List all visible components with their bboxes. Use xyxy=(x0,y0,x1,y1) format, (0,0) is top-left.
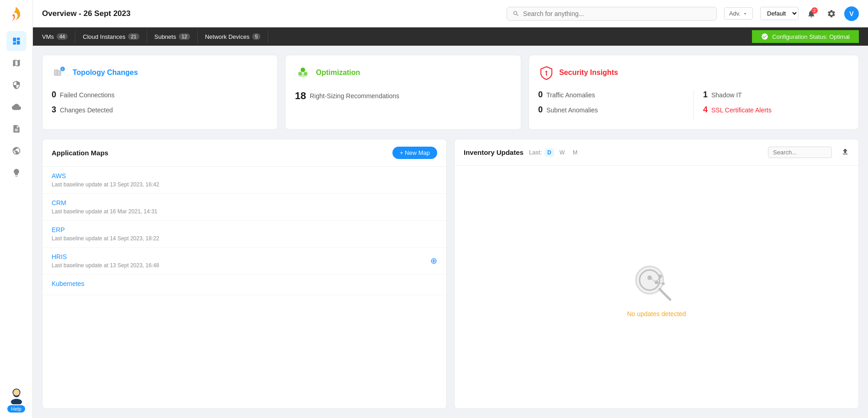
inventory-body: No updates detected xyxy=(455,166,858,408)
search-box[interactable] xyxy=(507,7,717,21)
topbar-right: Default 2 V xyxy=(760,6,859,21)
cloud-tag[interactable]: Cloud Instances 21 xyxy=(75,31,147,43)
list-item[interactable]: ERP Last baseline update at 14 Sept 2023… xyxy=(42,221,446,248)
new-map-button[interactable]: + New Map xyxy=(392,147,437,159)
security-card: Security Insights 0 Traffic Anomalies 0 … xyxy=(529,55,859,130)
opt-rec-num: 18 xyxy=(295,90,306,102)
inventory-header: Inventory Updates Last: D W M xyxy=(455,139,858,166)
sidebar-item-reports[interactable] xyxy=(6,119,26,139)
vms-tag[interactable]: VMs 44 xyxy=(42,31,75,43)
svg-point-11 xyxy=(545,71,547,73)
search-icon xyxy=(513,10,519,17)
svg-point-1 xyxy=(11,399,21,404)
topology-changes-num: 3 xyxy=(52,105,56,115)
cards-row: ! Topology Changes 0 Failed Connections … xyxy=(42,55,859,130)
inventory-title: Inventory Updates xyxy=(464,148,524,156)
settings-button[interactable] xyxy=(824,6,839,21)
help-avatar[interactable]: Help xyxy=(5,387,27,413)
sidebar-item-explorer[interactable] xyxy=(6,141,26,161)
cloud-label: Cloud Instances xyxy=(83,33,125,40)
network-label: Network Devices xyxy=(205,33,250,40)
topology-failed: 0 Failed Connections xyxy=(52,90,268,100)
network-tag[interactable]: Network Devices 5 xyxy=(198,31,269,43)
app-maps-list: AWS Last baseline update at 13 Sept 2023… xyxy=(42,167,446,408)
topology-card: ! Topology Changes 0 Failed Connections … xyxy=(42,55,278,130)
bottom-row: Application Maps + New Map AWS Last base… xyxy=(42,139,859,409)
topology-card-header: ! Topology Changes xyxy=(52,64,268,81)
security-card-header: Security Insights xyxy=(538,64,849,81)
inventory-search-input[interactable] xyxy=(768,147,832,158)
security-traffic-num: 0 xyxy=(538,90,543,100)
config-status-text: Configuration Status: Optimal xyxy=(772,33,850,40)
security-subnet-num: 0 xyxy=(538,105,543,115)
user-avatar[interactable]: V xyxy=(844,6,859,21)
svg-rect-4 xyxy=(57,71,61,75)
svg-point-9 xyxy=(298,72,302,75)
svg-text:!: ! xyxy=(62,68,63,71)
topology-changes-label: Changes Detected xyxy=(60,106,113,114)
inventory-illustration xyxy=(629,257,684,303)
app-maps-panel: Application Maps + New Map AWS Last base… xyxy=(42,139,447,409)
inventory-period-d[interactable]: D xyxy=(545,148,554,157)
check-circle-icon xyxy=(761,33,768,40)
svg-point-8 xyxy=(301,68,305,72)
help-badge-label[interactable]: Help xyxy=(7,405,25,413)
inventory-last-label: Last: xyxy=(529,149,542,156)
security-icon xyxy=(538,64,555,81)
content-area: ! Topology Changes 0 Failed Connections … xyxy=(33,46,868,418)
sidebar-logo[interactable] xyxy=(7,5,26,24)
export-icon xyxy=(841,148,849,156)
list-item[interactable]: AWS Last baseline update at 13 Sept 2023… xyxy=(42,167,446,194)
subnets-count: 12 xyxy=(179,33,190,40)
list-item[interactable]: HRIS Last baseline update at 13 Sept 202… xyxy=(42,248,446,275)
optimization-card: Optimization 18 Right-Sizing Recommendat… xyxy=(285,55,521,130)
security-ssl: 4 SSL Certificate Alerts xyxy=(703,105,849,115)
topbar: Overview - 26 Sept 2023 Adv. Default 2 V xyxy=(33,0,868,27)
profile-select[interactable]: Default xyxy=(760,7,799,20)
sidebar-bottom: Help xyxy=(5,387,27,413)
inventory-period-m[interactable]: M xyxy=(570,148,580,157)
subnets-tag[interactable]: Subnets 12 xyxy=(147,31,198,43)
topology-failed-num: 0 xyxy=(52,90,56,100)
optimization-card-header: Optimization xyxy=(295,64,511,81)
sidebar: Help xyxy=(0,0,33,418)
topology-failed-label: Failed Connections xyxy=(60,91,115,99)
notif-count: 2 xyxy=(811,7,818,14)
advanced-search-button[interactable]: Adv. xyxy=(724,7,753,20)
inventory-period-w[interactable]: W xyxy=(557,148,567,157)
app-maps-title: Application Maps xyxy=(52,149,108,157)
list-item[interactable]: CRM Last baseline update at 16 Mar 2021,… xyxy=(42,194,446,221)
svg-point-2 xyxy=(13,389,20,396)
sidebar-item-maps[interactable] xyxy=(6,53,26,73)
page-title: Overview - 26 Sept 2023 xyxy=(42,9,131,18)
main-content: Overview - 26 Sept 2023 Adv. Default 2 V xyxy=(33,0,868,418)
export-button[interactable] xyxy=(841,148,849,158)
opt-rec-label: Right-Sizing Recommendations xyxy=(310,92,399,100)
sidebar-item-security[interactable] xyxy=(6,75,26,95)
hris-icon: ⊕ xyxy=(430,256,437,266)
inventory-panel: Inventory Updates Last: D W M xyxy=(454,139,859,409)
config-status: Configuration Status: Optimal xyxy=(752,30,859,43)
topology-changes: 3 Changes Detected xyxy=(52,105,268,115)
notifications-button[interactable]: 2 xyxy=(804,6,819,21)
sidebar-item-cloud[interactable] xyxy=(6,97,26,117)
security-traffic: 0 Traffic Anomalies xyxy=(538,90,684,100)
security-shadow: 1 Shadow IT xyxy=(703,90,849,100)
security-ssl-num: 4 xyxy=(703,105,708,115)
sidebar-item-dashboard[interactable] xyxy=(6,31,26,51)
statusbar: VMs 44 Cloud Instances 21 Subnets 12 Net… xyxy=(33,27,868,46)
search-input[interactable] xyxy=(523,10,711,17)
vms-label: VMs xyxy=(42,33,54,40)
security-traffic-label: Traffic Anomalies xyxy=(546,91,595,99)
security-shadow-num: 1 xyxy=(703,90,708,100)
list-item[interactable]: Kubernetes xyxy=(42,275,446,295)
chevron-down-icon xyxy=(742,11,748,16)
gear-icon xyxy=(827,9,836,18)
optimization-recommendations: 18 Right-Sizing Recommendations xyxy=(295,90,511,102)
cloud-count: 21 xyxy=(128,33,139,40)
sidebar-item-insights[interactable] xyxy=(6,163,26,183)
security-title: Security Insights xyxy=(559,69,618,77)
svg-line-15 xyxy=(660,289,670,300)
security-shadow-label: Shadow IT xyxy=(711,91,742,99)
svg-point-10 xyxy=(304,72,307,75)
